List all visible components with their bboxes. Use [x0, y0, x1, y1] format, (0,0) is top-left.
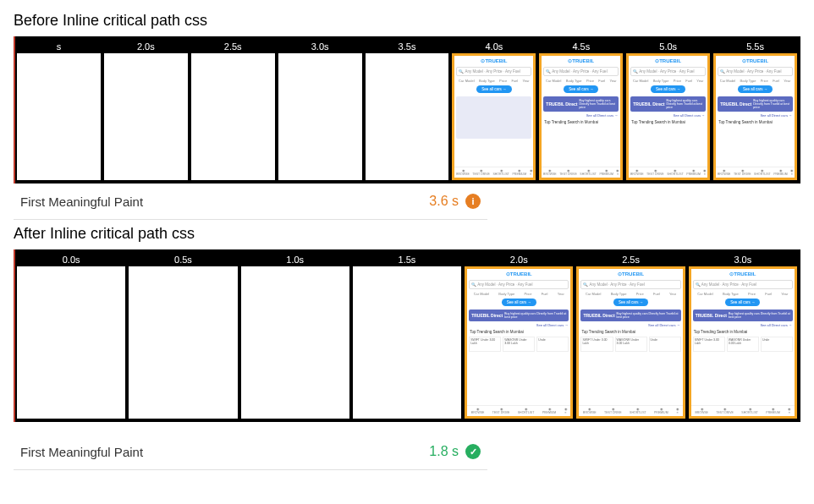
timeline-cursor	[14, 36, 15, 184]
filmstrip-frame: 0.5s	[129, 253, 237, 419]
after-title: After Inline critical path css	[14, 225, 800, 243]
time-label: 4.5s	[539, 40, 623, 53]
frame-loaded: ⊙TRUEBIL 🔍 Any Model · Any Price · Any F…	[465, 266, 573, 419]
metric-value: 1.8 s	[429, 444, 459, 459]
frame-blank	[129, 266, 237, 419]
filmstrip-frame: s	[17, 40, 101, 180]
before-filmstrip: s2.0s2.5s3.0s3.5s4.0s ⊙TRUEBIL 🔍 Any Mod…	[14, 36, 800, 184]
check-icon[interactable]: ✓	[465, 444, 481, 459]
info-icon[interactable]: i	[465, 194, 481, 209]
filmstrip-frame: 1.5s	[353, 253, 461, 419]
time-label: 2.5s	[576, 253, 685, 266]
frame-loaded: ⊙TRUEBIL 🔍 Any Model · Any Price · Any F…	[576, 266, 685, 419]
time-label: 0.0s	[17, 253, 125, 266]
before-metric-row: First Meaningful Paint 3.6 s i	[14, 184, 487, 220]
filmstrip-frame: 2.0s	[104, 40, 188, 180]
frame-blank	[104, 53, 188, 180]
timeline-cursor	[14, 249, 15, 422]
filmstrip-frame: 5.5s ⊙TRUEBIL 🔍 Any Model · Any Price · …	[713, 40, 797, 180]
time-label: 3.0s	[278, 40, 362, 53]
time-label: 3.0s	[689, 253, 797, 266]
time-label: 1.0s	[241, 253, 349, 266]
filmstrip-frame: 4.0s ⊙TRUEBIL 🔍 Any Model · Any Price · …	[452, 40, 536, 180]
filmstrip-frame: 1.0s	[241, 253, 349, 419]
time-label: 1.5s	[353, 253, 461, 266]
frame-blank	[366, 53, 449, 180]
frame-blank	[241, 266, 349, 419]
filmstrip-frame: 0.0s	[17, 253, 125, 419]
metric-label: First Meaningful Paint	[20, 445, 429, 459]
metric-label: First Meaningful Paint	[20, 194, 429, 209]
time-label: 4.0s	[452, 40, 536, 53]
frame-blank	[17, 53, 101, 180]
frame-loaded: ⊙TRUEBIL 🔍 Any Model · Any Price · Any F…	[626, 53, 710, 180]
time-label: 2.0s	[465, 253, 573, 266]
frame-loaded: ⊙TRUEBIL 🔍 Any Model · Any Price · Any F…	[689, 266, 797, 419]
metric-value: 3.6 s	[429, 194, 459, 209]
time-label: s	[17, 40, 101, 53]
time-label: 0.5s	[129, 253, 237, 266]
time-label: 5.0s	[626, 40, 710, 53]
filmstrip-frame: 2.5s ⊙TRUEBIL 🔍 Any Model · Any Price · …	[576, 253, 685, 419]
time-label: 2.0s	[104, 40, 188, 53]
filmstrip-frame: 2.0s ⊙TRUEBIL 🔍 Any Model · Any Price · …	[465, 253, 573, 419]
after-metric-row: First Meaningful Paint 1.8 s ✓	[14, 434, 487, 470]
time-label: 5.5s	[713, 40, 797, 53]
frame-loaded: ⊙TRUEBIL 🔍 Any Model · Any Price · Any F…	[713, 53, 797, 180]
filmstrip-frame: 2.5s	[191, 40, 275, 180]
filmstrip-frame: 3.5s	[366, 40, 449, 180]
frame-blank	[353, 266, 461, 419]
frame-blank	[17, 266, 125, 419]
filmstrip-frame: 4.5s ⊙TRUEBIL 🔍 Any Model · Any Price · …	[539, 40, 623, 180]
filmstrip-frame: 3.0s	[278, 40, 362, 180]
frame-loaded: ⊙TRUEBIL 🔍 Any Model · Any Price · Any F…	[452, 53, 536, 180]
after-filmstrip: 0.0s0.5s1.0s1.5s2.0s ⊙TRUEBIL 🔍 Any Mode…	[14, 249, 800, 422]
frame-blank	[191, 53, 275, 180]
before-title: Before Inline critical path css	[14, 12, 800, 30]
filmstrip-frame: 3.0s ⊙TRUEBIL 🔍 Any Model · Any Price · …	[689, 253, 797, 419]
filmstrip-frame: 5.0s ⊙TRUEBIL 🔍 Any Model · Any Price · …	[626, 40, 710, 180]
frame-blank	[278, 53, 362, 180]
time-label: 3.5s	[366, 40, 449, 53]
time-label: 2.5s	[191, 40, 275, 53]
frame-loaded: ⊙TRUEBIL 🔍 Any Model · Any Price · Any F…	[539, 53, 623, 180]
